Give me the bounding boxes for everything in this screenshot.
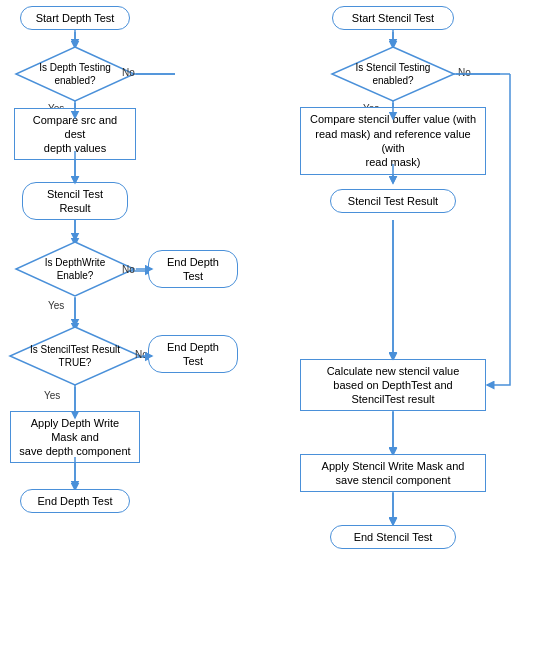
is-stenciltest-true: Is StencilTest ResultTRUE? [8,325,142,387]
diagram: Start Depth Test Is Depth Testing enable… [0,0,549,646]
depth-test-result: Stencil Test Result [22,182,128,220]
apply-stencil-write-mask: Apply Stencil Write Mask andsave stencil… [300,453,486,493]
end-depth-test-2: End Depth Test [148,340,238,368]
calculate-stencil-value: Calculate new stencil valuebased on Dept… [300,358,486,412]
is-stencil-testing-enabled: Is Stencil Testingenabled? [330,45,456,103]
is-depth-testing-enabled: Is Depth Testing enabled? [14,45,136,103]
start-stencil-test: Start Stencil Test [332,4,454,32]
q2-no-label: No [122,264,135,275]
end-depth-test-3: End Depth Test [20,487,130,515]
end-stencil-test: End Stencil Test [330,523,456,551]
q2-yes-label: Yes [48,300,64,311]
stencil-test-result: Stencil Test Result [330,182,456,220]
compare-depth-box: Compare src and destdepth values [14,117,136,151]
q1-no-label: No [122,67,135,78]
q3-yes-label: Yes [44,390,60,401]
stencil-q1-no-label: No [458,67,471,78]
start-depth-test: Start Depth Test [20,4,130,32]
apply-depth-write-mask: Apply Depth Write Mask andsave depth com… [10,417,140,457]
end-depth-test-1: End Depth Test [148,255,238,283]
q3-no-label: No [135,349,148,360]
is-depthwrite-enable: Is DepthWriteEnable? [14,240,136,298]
compare-stencil-box: Compare stencil buffer value (withread m… [300,118,486,164]
